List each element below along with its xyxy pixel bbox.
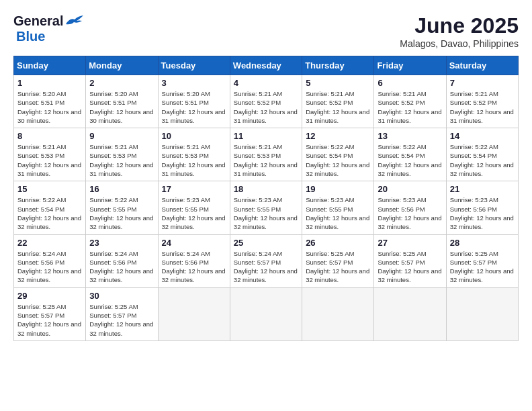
weekday-header-row: Sunday Monday Tuesday Wednesday Thursday… bbox=[14, 56, 519, 75]
day-info: Sunrise: 5:22 AM Sunset: 5:55 PM Dayligh… bbox=[89, 195, 154, 231]
calendar-cell: 14 Sunrise: 5:22 AM Sunset: 5:54 PM Dayl… bbox=[446, 128, 518, 181]
location-subtitle: Malagos, Davao, Philippines bbox=[400, 38, 519, 49]
day-number: 26 bbox=[306, 238, 370, 248]
calendar-cell: 23 Sunrise: 5:24 AM Sunset: 5:56 PM Dayl… bbox=[86, 234, 158, 287]
header-saturday: Saturday bbox=[446, 56, 518, 75]
day-info: Sunrise: 5:24 AM Sunset: 5:56 PM Dayligh… bbox=[17, 249, 82, 285]
calendar-cell: 24 Sunrise: 5:24 AM Sunset: 5:56 PM Dayl… bbox=[158, 234, 230, 287]
header-tuesday: Tuesday bbox=[158, 56, 230, 75]
calendar-cell: 26 Sunrise: 5:25 AM Sunset: 5:57 PM Dayl… bbox=[302, 234, 374, 287]
day-info: Sunrise: 5:25 AM Sunset: 5:57 PM Dayligh… bbox=[378, 249, 442, 285]
day-info: Sunrise: 5:21 AM Sunset: 5:52 PM Dayligh… bbox=[378, 89, 442, 125]
day-number: 14 bbox=[450, 131, 515, 141]
calendar-cell: 1 Sunrise: 5:20 AM Sunset: 5:51 PM Dayli… bbox=[14, 75, 86, 128]
header-sunday: Sunday bbox=[14, 56, 86, 75]
day-number: 4 bbox=[234, 78, 298, 88]
day-number: 22 bbox=[17, 238, 82, 248]
day-number: 21 bbox=[450, 184, 515, 194]
day-number: 12 bbox=[306, 131, 370, 141]
header-thursday: Thursday bbox=[302, 56, 374, 75]
day-number: 20 bbox=[378, 184, 442, 194]
calendar-cell: 16 Sunrise: 5:22 AM Sunset: 5:55 PM Dayl… bbox=[86, 181, 158, 234]
calendar-cell: 30 Sunrise: 5:25 AM Sunset: 5:57 PM Dayl… bbox=[86, 287, 158, 340]
day-number: 6 bbox=[378, 78, 442, 88]
day-info: Sunrise: 5:23 AM Sunset: 5:55 PM Dayligh… bbox=[234, 195, 298, 231]
calendar-cell: 8 Sunrise: 5:21 AM Sunset: 5:53 PM Dayli… bbox=[14, 128, 86, 181]
calendar-cell: 4 Sunrise: 5:21 AM Sunset: 5:52 PM Dayli… bbox=[230, 75, 302, 128]
calendar-cell: 28 Sunrise: 5:25 AM Sunset: 5:57 PM Dayl… bbox=[446, 234, 518, 287]
day-number: 10 bbox=[162, 131, 226, 141]
day-number: 17 bbox=[162, 184, 226, 194]
calendar-cell: 2 Sunrise: 5:20 AM Sunset: 5:51 PM Dayli… bbox=[86, 75, 158, 128]
calendar-row: 29 Sunrise: 5:25 AM Sunset: 5:57 PM Dayl… bbox=[14, 287, 519, 340]
header-friday: Friday bbox=[374, 56, 446, 75]
day-number: 16 bbox=[89, 184, 154, 194]
day-number: 7 bbox=[450, 78, 515, 88]
day-info: Sunrise: 5:25 AM Sunset: 5:57 PM Dayligh… bbox=[89, 302, 154, 338]
day-info: Sunrise: 5:24 AM Sunset: 5:56 PM Dayligh… bbox=[89, 249, 154, 285]
day-info: Sunrise: 5:25 AM Sunset: 5:57 PM Dayligh… bbox=[450, 249, 515, 285]
day-info: Sunrise: 5:20 AM Sunset: 5:51 PM Dayligh… bbox=[89, 89, 154, 125]
day-number: 28 bbox=[450, 238, 515, 248]
day-info: Sunrise: 5:22 AM Sunset: 5:54 PM Dayligh… bbox=[306, 142, 370, 178]
day-info: Sunrise: 5:23 AM Sunset: 5:55 PM Dayligh… bbox=[162, 195, 226, 231]
day-info: Sunrise: 5:20 AM Sunset: 5:51 PM Dayligh… bbox=[162, 89, 226, 125]
calendar-cell: 3 Sunrise: 5:20 AM Sunset: 5:51 PM Dayli… bbox=[158, 75, 230, 128]
day-number: 25 bbox=[234, 238, 298, 248]
calendar-cell: 13 Sunrise: 5:22 AM Sunset: 5:54 PM Dayl… bbox=[374, 128, 446, 181]
day-number: 29 bbox=[17, 291, 82, 301]
calendar-cell bbox=[158, 287, 230, 340]
calendar-cell bbox=[446, 287, 518, 340]
calendar-cell: 12 Sunrise: 5:22 AM Sunset: 5:54 PM Dayl… bbox=[302, 128, 374, 181]
day-number: 27 bbox=[378, 238, 442, 248]
calendar-row: 15 Sunrise: 5:22 AM Sunset: 5:54 PM Dayl… bbox=[14, 181, 519, 234]
calendar-cell bbox=[302, 287, 374, 340]
day-info: Sunrise: 5:20 AM Sunset: 5:51 PM Dayligh… bbox=[17, 89, 82, 125]
header-monday: Monday bbox=[86, 56, 158, 75]
calendar-cell: 20 Sunrise: 5:23 AM Sunset: 5:56 PM Dayl… bbox=[374, 181, 446, 234]
day-number: 5 bbox=[306, 78, 370, 88]
day-number: 24 bbox=[162, 238, 226, 248]
logo-general-text: General bbox=[13, 13, 63, 29]
day-info: Sunrise: 5:25 AM Sunset: 5:57 PM Dayligh… bbox=[306, 249, 370, 285]
calendar-cell: 29 Sunrise: 5:25 AM Sunset: 5:57 PM Dayl… bbox=[14, 287, 86, 340]
day-info: Sunrise: 5:21 AM Sunset: 5:52 PM Dayligh… bbox=[234, 89, 298, 125]
month-year-title: June 2025 bbox=[400, 13, 519, 38]
day-info: Sunrise: 5:25 AM Sunset: 5:57 PM Dayligh… bbox=[17, 302, 82, 338]
logo-blue-text: Blue bbox=[16, 29, 45, 44]
day-number: 8 bbox=[17, 131, 82, 141]
day-info: Sunrise: 5:23 AM Sunset: 5:56 PM Dayligh… bbox=[378, 195, 442, 231]
day-info: Sunrise: 5:22 AM Sunset: 5:54 PM Dayligh… bbox=[378, 142, 442, 178]
calendar-table: Sunday Monday Tuesday Wednesday Thursday… bbox=[13, 56, 519, 341]
header-wednesday: Wednesday bbox=[230, 56, 302, 75]
page-header: General Blue June 2025 Malagos, Davao, P… bbox=[13, 13, 519, 49]
calendar-cell bbox=[374, 287, 446, 340]
title-area: June 2025 Malagos, Davao, Philippines bbox=[400, 13, 519, 49]
day-number: 19 bbox=[306, 184, 370, 194]
day-number: 18 bbox=[234, 184, 298, 194]
calendar-row: 8 Sunrise: 5:21 AM Sunset: 5:53 PM Dayli… bbox=[14, 128, 519, 181]
day-info: Sunrise: 5:24 AM Sunset: 5:57 PM Dayligh… bbox=[234, 249, 298, 285]
day-info: Sunrise: 5:21 AM Sunset: 5:53 PM Dayligh… bbox=[234, 142, 298, 178]
day-number: 30 bbox=[89, 291, 154, 301]
day-info: Sunrise: 5:21 AM Sunset: 5:52 PM Dayligh… bbox=[306, 89, 370, 125]
day-info: Sunrise: 5:23 AM Sunset: 5:55 PM Dayligh… bbox=[306, 195, 370, 231]
day-number: 2 bbox=[89, 78, 154, 88]
calendar-cell: 5 Sunrise: 5:21 AM Sunset: 5:52 PM Dayli… bbox=[302, 75, 374, 128]
day-info: Sunrise: 5:21 AM Sunset: 5:53 PM Dayligh… bbox=[162, 142, 226, 178]
calendar-cell: 17 Sunrise: 5:23 AM Sunset: 5:55 PM Dayl… bbox=[158, 181, 230, 234]
calendar-cell: 7 Sunrise: 5:21 AM Sunset: 5:52 PM Dayli… bbox=[446, 75, 518, 128]
logo: General Blue bbox=[13, 13, 85, 44]
day-number: 15 bbox=[17, 184, 82, 194]
calendar-cell: 22 Sunrise: 5:24 AM Sunset: 5:56 PM Dayl… bbox=[14, 234, 86, 287]
calendar-cell: 15 Sunrise: 5:22 AM Sunset: 5:54 PM Dayl… bbox=[14, 181, 86, 234]
day-info: Sunrise: 5:22 AM Sunset: 5:54 PM Dayligh… bbox=[450, 142, 515, 178]
day-number: 3 bbox=[162, 78, 226, 88]
day-number: 1 bbox=[17, 78, 82, 88]
day-number: 11 bbox=[234, 131, 298, 141]
calendar-cell: 19 Sunrise: 5:23 AM Sunset: 5:55 PM Dayl… bbox=[302, 181, 374, 234]
calendar-cell: 25 Sunrise: 5:24 AM Sunset: 5:57 PM Dayl… bbox=[230, 234, 302, 287]
calendar-cell bbox=[230, 287, 302, 340]
day-info: Sunrise: 5:21 AM Sunset: 5:53 PM Dayligh… bbox=[89, 142, 154, 178]
day-info: Sunrise: 5:24 AM Sunset: 5:56 PM Dayligh… bbox=[162, 249, 226, 285]
